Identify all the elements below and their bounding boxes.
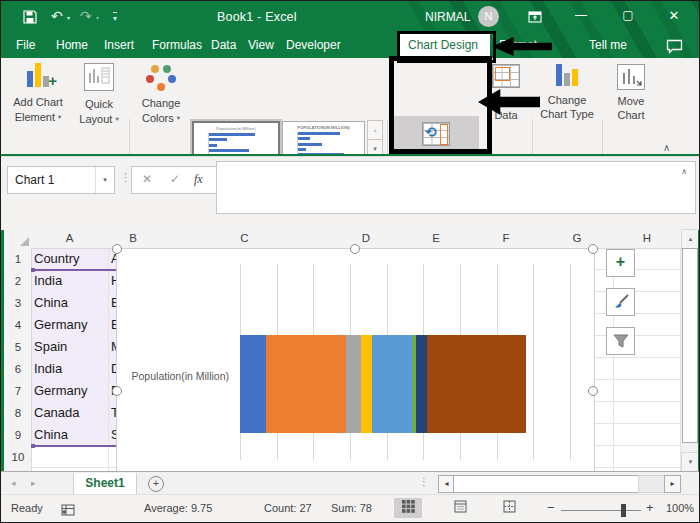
cancel-entry-icon[interactable]: ✕: [142, 172, 152, 186]
tell-me-label[interactable]: Tell me: [589, 38, 627, 52]
sheet-tab-sheet1[interactable]: Sheet1: [73, 473, 137, 496]
tab-insert[interactable]: Insert: [104, 38, 134, 52]
zoom-level[interactable]: 100%: [666, 502, 694, 514]
maximize-button[interactable]: ▢: [618, 8, 638, 22]
zoom-in-button[interactable]: +: [646, 500, 654, 515]
tab-formulas[interactable]: Formulas: [152, 38, 202, 52]
status-sum[interactable]: Sum: 78: [331, 502, 372, 514]
scroll-up-icon[interactable]: ▴: [681, 229, 698, 250]
cell-a3[interactable]: China: [34, 292, 114, 314]
macro-record-icon[interactable]: [61, 502, 75, 520]
change-chart-type-button[interactable]: Change Chart Type: [536, 64, 598, 121]
row-header-2[interactable]: 2: [5, 270, 32, 293]
vertical-scroll-thumb[interactable]: [682, 248, 698, 443]
prev-sheet-icon[interactable]: ◂: [11, 478, 16, 488]
undo-button[interactable]: ↶: [51, 8, 63, 24]
zoom-slider-track[interactable]: [561, 510, 641, 511]
add-chart-element-button[interactable]: + Add Chart Element ▾: [7, 63, 69, 124]
next-sheet-icon[interactable]: ▸: [31, 478, 36, 488]
redo-caret-icon[interactable]: ▾: [96, 14, 99, 21]
insert-function-icon[interactable]: fx: [194, 172, 203, 187]
tab-data[interactable]: Data: [211, 38, 236, 52]
chart-filters-button[interactable]: [606, 327, 635, 355]
column-header-c[interactable]: C: [158, 229, 332, 249]
cell-a5[interactable]: Spain: [34, 336, 114, 358]
chart-styles-button[interactable]: [606, 288, 635, 316]
bar-segment-india[interactable]: [240, 335, 266, 433]
column-header-h[interactable]: H: [613, 229, 682, 249]
row-header-7[interactable]: 7: [5, 380, 32, 403]
tab-developer[interactable]: Developer: [286, 38, 341, 52]
gallery-scroll-up-icon[interactable]: ▴: [367, 120, 383, 140]
name-box-caret-icon[interactable]: ▾: [95, 167, 114, 193]
close-button[interactable]: ✕: [664, 8, 684, 23]
undo-caret-icon[interactable]: ▾: [67, 14, 70, 21]
row-header-8[interactable]: 8: [5, 402, 32, 425]
view-page-break-button[interactable]: [495, 498, 523, 518]
name-box[interactable]: Chart 1 ▾: [7, 166, 115, 194]
confirm-entry-icon[interactable]: ✓: [170, 172, 180, 186]
bar-segment-spain[interactable]: [361, 335, 372, 433]
status-average[interactable]: Average: 9.75: [144, 502, 212, 514]
minimize-button[interactable]: —: [571, 8, 591, 22]
cell-a7[interactable]: Germany: [34, 380, 114, 402]
chart-handle-top-right[interactable]: [588, 244, 598, 254]
redo-button[interactable]: ↷: [80, 8, 92, 24]
chart-category-label[interactable]: Population(in Million): [117, 370, 229, 382]
scroll-right-icon[interactable]: ▸: [664, 475, 681, 493]
comments-icon[interactable]: [666, 39, 683, 58]
formula-input[interactable]: ∧: [216, 161, 696, 214]
chart-handle-top-center[interactable]: [350, 244, 360, 254]
chart-elements-button[interactable]: +: [606, 249, 635, 277]
move-chart-button[interactable]: Move Chart: [606, 64, 656, 122]
column-header-a[interactable]: A: [31, 229, 109, 249]
chart-handle-middle-right[interactable]: [588, 386, 598, 396]
zoom-out-button[interactable]: −: [547, 500, 555, 515]
avatar[interactable]: N: [478, 6, 499, 27]
row-header-3[interactable]: 3: [5, 292, 32, 315]
tab-home[interactable]: Home: [56, 38, 88, 52]
cell-a2[interactable]: India: [34, 270, 114, 292]
change-colors-button[interactable]: Change Colors ▾: [133, 65, 189, 125]
new-sheet-button[interactable]: +: [148, 476, 164, 492]
view-page-layout-button[interactable]: [446, 498, 474, 518]
column-header-g[interactable]: G: [541, 229, 614, 249]
select-all-corner[interactable]: [5, 229, 32, 249]
horizontal-scroll-thumb[interactable]: [453, 475, 640, 493]
chart-handle-middle-left[interactable]: [112, 386, 122, 396]
tab-view[interactable]: View: [248, 38, 274, 52]
save-icon[interactable]: [23, 10, 37, 28]
ribbon-display-options-icon[interactable]: [528, 10, 542, 28]
collapse-ribbon-icon[interactable]: ∧: [663, 142, 670, 153]
cell-a4[interactable]: Germany: [34, 314, 114, 336]
row-header-10[interactable]: 10: [5, 446, 32, 469]
bar-segment-india[interactable]: [372, 335, 412, 433]
bar-segment-china[interactable]: [427, 335, 526, 433]
chart-object[interactable]: Population(in Million): [116, 248, 595, 471]
row-header-5[interactable]: 5: [5, 336, 32, 359]
customize-qat-icon[interactable]: ▾: [113, 12, 117, 23]
row-header-1[interactable]: 1: [5, 248, 32, 271]
stacked-bar[interactable]: [240, 335, 526, 433]
chart-handle-top-left[interactable]: [112, 244, 122, 254]
formula-bar-collapse-icon[interactable]: ∧: [681, 167, 687, 176]
view-normal-button[interactable]: [394, 498, 422, 518]
bar-segment-china[interactable]: [266, 335, 347, 433]
cell-a8[interactable]: Canada: [34, 402, 114, 424]
row-header-9[interactable]: 9: [5, 424, 32, 447]
bar-segment-canada[interactable]: [416, 335, 427, 433]
column-header-e[interactable]: E: [401, 229, 472, 249]
zoom-slider-thumb[interactable]: [621, 504, 626, 517]
account-name[interactable]: NIRMAL: [425, 10, 470, 24]
scroll-down-icon[interactable]: ▾: [681, 452, 698, 471]
tab-file[interactable]: File: [16, 38, 35, 52]
vertical-scrollbar[interactable]: ▴ ▾: [681, 229, 698, 471]
column-header-d[interactable]: D: [331, 229, 402, 249]
cell-a1[interactable]: Country: [34, 248, 114, 270]
cell-a6[interactable]: India: [34, 358, 114, 380]
horizontal-scroll-track[interactable]: [638, 475, 665, 493]
column-header-f[interactable]: F: [471, 229, 542, 249]
row-header-4[interactable]: 4: [5, 314, 32, 337]
row-header-6[interactable]: 6: [5, 358, 32, 381]
quick-layout-button[interactable]: Quick Layout ▾: [71, 63, 127, 126]
